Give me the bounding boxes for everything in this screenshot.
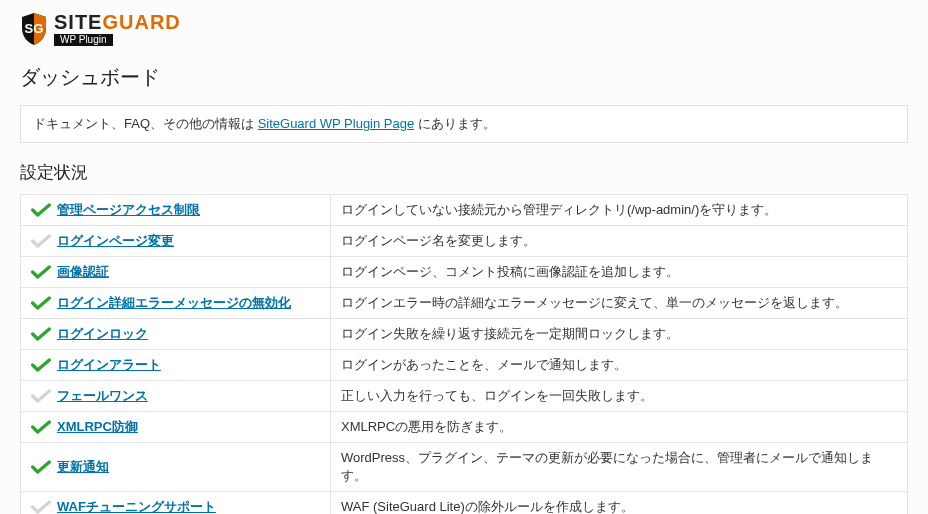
feature-desc: ログインエラー時の詳細なエラーメッセージに変えて、単一のメッセージを返します。 <box>331 288 908 319</box>
table-row: 管理ページアクセス制限ログインしていない接続元から管理ディレクトリ(/wp-ad… <box>21 195 908 226</box>
table-row: フェールワンス正しい入力を行っても、ログインを一回失敗します。 <box>21 381 908 412</box>
table-row: WAFチューニングサポートWAF (SiteGuard Lite)の除外ルールを… <box>21 492 908 515</box>
check-icon <box>31 203 51 217</box>
feature-desc: WordPress、プラグイン、テーマの更新が必要になった場合に、管理者にメール… <box>331 443 908 492</box>
table-row: XMLRPC防御XMLRPCの悪用を防ぎます。 <box>21 412 908 443</box>
table-row: ログイン詳細エラーメッセージの無効化ログインエラー時の詳細なエラーメッセージに変… <box>21 288 908 319</box>
brand-name: SITEGUARD <box>54 12 181 32</box>
page-title: ダッシュボード <box>20 64 908 91</box>
feature-desc: ログインページ名を変更します。 <box>331 226 908 257</box>
feature-link[interactable]: フェールワンス <box>57 387 148 405</box>
check-icon <box>31 420 51 434</box>
check-icon <box>31 460 51 474</box>
feature-desc: ログインページ、コメント投稿に画像認証を追加します。 <box>331 257 908 288</box>
feature-desc: ログインしていない接続元から管理ディレクトリ(/wp-admin/)を守ります。 <box>331 195 908 226</box>
feature-desc: ログインがあったことを、メールで通知します。 <box>331 350 908 381</box>
feature-link[interactable]: 画像認証 <box>57 263 109 281</box>
check-icon <box>31 500 51 514</box>
feature-link[interactable]: ログインページ変更 <box>57 232 174 250</box>
feature-desc: XMLRPCの悪用を防ぎます。 <box>331 412 908 443</box>
plugin-logo: SG SITEGUARD WP Plugin <box>20 12 908 46</box>
check-icon <box>31 358 51 372</box>
settings-table: 管理ページアクセス制限ログインしていない接続元から管理ディレクトリ(/wp-ad… <box>20 194 908 514</box>
svg-text:SG: SG <box>25 21 44 36</box>
table-row: ログインロックログイン失敗を繰り返す接続元を一定期間ロックします。 <box>21 319 908 350</box>
check-icon <box>31 327 51 341</box>
table-row: 画像認証ログインページ、コメント投稿に画像認証を追加します。 <box>21 257 908 288</box>
feature-desc: 正しい入力を行っても、ログインを一回失敗します。 <box>331 381 908 412</box>
shield-icon: SG <box>20 12 48 46</box>
feature-desc: ログイン失敗を繰り返す接続元を一定期間ロックします。 <box>331 319 908 350</box>
feature-link[interactable]: 管理ページアクセス制限 <box>57 201 200 219</box>
check-icon <box>31 234 51 248</box>
check-icon <box>31 389 51 403</box>
table-row: 更新通知WordPress、プラグイン、テーマの更新が必要になった場合に、管理者… <box>21 443 908 492</box>
info-suffix: にあります。 <box>414 116 496 131</box>
feature-link[interactable]: XMLRPC防御 <box>57 418 138 436</box>
table-row: ログインページ変更ログインページ名を変更します。 <box>21 226 908 257</box>
feature-link[interactable]: ログインアラート <box>57 356 161 374</box>
info-box: ドキュメント、FAQ、その他の情報は SiteGuard WP Plugin P… <box>20 105 908 143</box>
feature-link[interactable]: WAFチューニングサポート <box>57 498 216 514</box>
feature-desc: WAF (SiteGuard Lite)の除外ルールを作成します。 <box>331 492 908 515</box>
feature-link[interactable]: 更新通知 <box>57 458 109 476</box>
info-prefix: ドキュメント、FAQ、その他の情報は <box>33 116 258 131</box>
brand-badge: WP Plugin <box>54 34 113 46</box>
check-icon <box>31 296 51 310</box>
table-row: ログインアラートログインがあったことを、メールで通知します。 <box>21 350 908 381</box>
feature-link[interactable]: ログインロック <box>57 325 148 343</box>
check-icon <box>31 265 51 279</box>
section-title: 設定状況 <box>20 161 908 184</box>
plugin-page-link[interactable]: SiteGuard WP Plugin Page <box>258 116 415 131</box>
feature-link[interactable]: ログイン詳細エラーメッセージの無効化 <box>57 294 291 312</box>
